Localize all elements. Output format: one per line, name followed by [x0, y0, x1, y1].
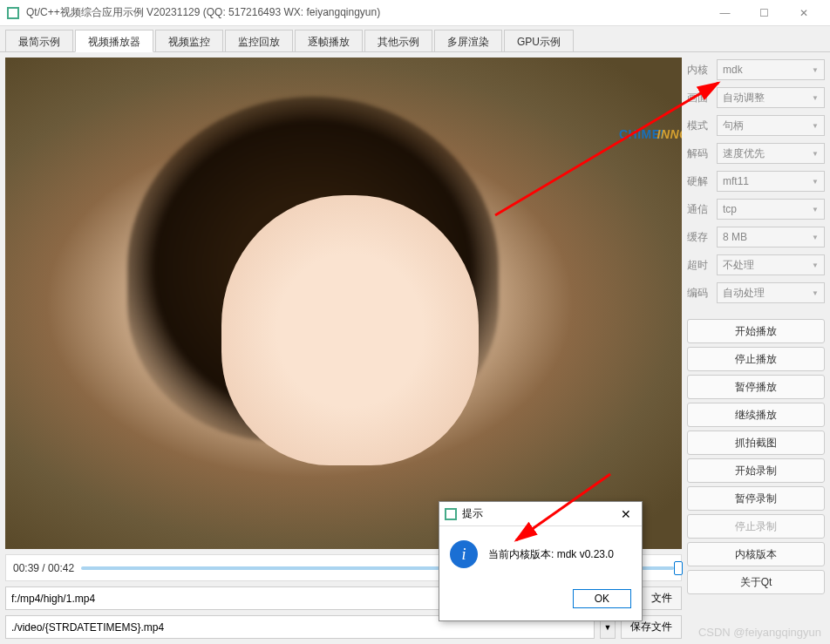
dialog-message: 当前内核版本: mdk v0.23.0: [488, 547, 614, 562]
config-row-5: 通信tcp▼: [687, 197, 825, 221]
config-label-6: 缓存: [687, 230, 711, 245]
tab-4[interactable]: 逐帧播放: [295, 30, 363, 51]
config-combo-1[interactable]: 自动调整▼: [717, 87, 825, 108]
config-combo-2[interactable]: 句柄▼: [717, 115, 825, 136]
action-button-3[interactable]: 继续播放: [687, 403, 825, 427]
action-button-1[interactable]: 停止播放: [687, 347, 825, 371]
message-dialog: 提示 ✕ i 当前内核版本: mdk v0.23.0 OK: [439, 501, 643, 621]
config-label-5: 通信: [687, 202, 711, 217]
tab-2[interactable]: 视频监控: [155, 30, 223, 51]
dialog-icon: [445, 508, 457, 520]
video-area: CHIMEI INNOLUX HD 4K Digital Cinema: [5, 58, 682, 549]
right-panel: 内核mdk▼画面自动调整▼模式句柄▼解码速度优先▼硬解mft11▼通信tcp▼缓…: [687, 58, 825, 639]
config-label-8: 编码: [687, 286, 711, 301]
dialog-ok-button[interactable]: OK: [573, 589, 631, 608]
config-row-6: 缓存8 MB▼: [687, 225, 825, 249]
config-label-3: 解码: [687, 146, 711, 161]
config-combo-4[interactable]: mft11▼: [717, 171, 825, 192]
tab-7[interactable]: GPU示例: [504, 30, 574, 51]
config-label-2: 模式: [687, 119, 711, 133]
action-button-4[interactable]: 抓拍截图: [687, 430, 825, 455]
action-button-0[interactable]: 开始播放: [687, 319, 825, 343]
config-combo-8[interactable]: 自动处理▼: [717, 282, 825, 303]
action-button-5[interactable]: 开始录制: [687, 458, 825, 483]
config-row-8: 编码自动处理▼: [687, 281, 825, 305]
action-button-6[interactable]: 暂停录制: [687, 486, 825, 511]
titlebar: Qt/C++视频综合应用示例 V20231129 (QQ: 517216493 …: [0, 0, 830, 26]
config-row-0: 内核mdk▼: [687, 58, 825, 82]
tab-0[interactable]: 最简示例: [5, 30, 73, 51]
action-button-9[interactable]: 关于Qt: [687, 570, 825, 594]
info-icon: i: [450, 540, 478, 568]
time-display: 00:39 / 00:42: [13, 562, 74, 574]
action-button-7: 停止录制: [687, 514, 825, 539]
maximize-button[interactable]: ☐: [745, 0, 784, 26]
config-row-3: 解码速度优先▼: [687, 141, 825, 166]
brand-label-2: INNOLUX: [657, 127, 683, 141]
close-button[interactable]: ✕: [784, 0, 823, 26]
window-title: Qt/C++视频综合应用示例 V20231129 (QQ: 517216493 …: [26, 5, 705, 20]
tab-3[interactable]: 监控回放: [225, 30, 293, 51]
config-label-1: 画面: [687, 91, 711, 105]
time-total: 00:42: [48, 562, 74, 574]
action-button-2[interactable]: 暂停播放: [687, 375, 825, 399]
config-label-7: 超时: [687, 258, 711, 273]
tab-bar: 最简示例视频播放器视频监控监控回放逐帧播放其他示例多屏渲染GPU示例: [0, 26, 830, 52]
tab-6[interactable]: 多屏渲染: [434, 30, 502, 51]
select-file-button[interactable]: 文件: [642, 586, 682, 610]
time-current: 00:39: [13, 562, 39, 574]
config-combo-7[interactable]: 不处理▼: [717, 254, 825, 275]
config-row-7: 超时不处理▼: [687, 253, 825, 277]
config-label-4: 硬解: [687, 174, 711, 189]
config-row-1: 画面自动调整▼: [687, 85, 825, 110]
app-icon: [7, 7, 19, 19]
config-combo-6[interactable]: 8 MB▼: [717, 227, 825, 247]
watermark: CSDN @feiyangqingyun: [698, 626, 821, 639]
action-button-8[interactable]: 内核版本: [687, 542, 825, 566]
config-row-4: 硬解mft11▼: [687, 169, 825, 193]
minimize-button[interactable]: —: [705, 0, 745, 26]
config-combo-3[interactable]: 速度优先▼: [717, 143, 825, 164]
config-row-2: 模式句柄▼: [687, 113, 825, 138]
tab-5[interactable]: 其他示例: [364, 30, 432, 51]
config-combo-0[interactable]: mdk▼: [717, 59, 825, 80]
dialog-title: 提示: [462, 506, 616, 521]
config-label-0: 内核: [687, 63, 711, 78]
dialog-close-button[interactable]: ✕: [616, 507, 636, 521]
config-combo-5[interactable]: tcp▼: [717, 199, 825, 220]
tab-1[interactable]: 视频播放器: [75, 30, 153, 52]
